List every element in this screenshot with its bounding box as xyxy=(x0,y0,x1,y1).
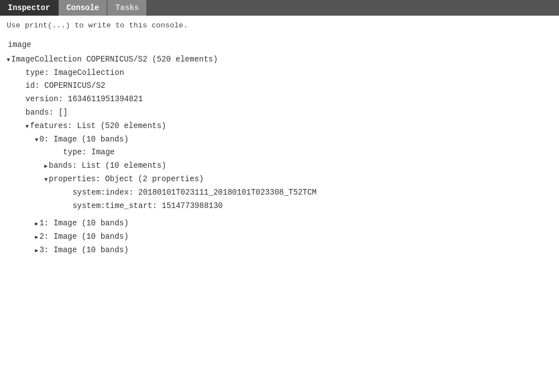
item0-type-key: type: xyxy=(63,146,87,159)
item2-label: 2: Image (10 bands) xyxy=(39,230,129,244)
tab-console[interactable]: Console xyxy=(59,0,108,16)
sys-index-line: system:index: 20180101T023111_20180101T0… xyxy=(7,186,552,200)
sys-time-line: system:time_start: 1514773988130 xyxy=(7,200,552,213)
item0-line: 0: Image (10 bands) xyxy=(7,133,552,147)
expand-item3-icon[interactable] xyxy=(35,246,38,256)
item1-label: 1: Image (10 bands) xyxy=(39,217,129,230)
expand-item0-bands-icon[interactable] xyxy=(44,162,48,171)
tab-tasks[interactable]: Tasks xyxy=(107,0,147,16)
expand-features-icon[interactable] xyxy=(26,122,29,131)
item0-type-line: type: Image xyxy=(7,146,552,159)
expand-collection-icon[interactable] xyxy=(7,55,10,65)
expand-item0-icon[interactable] xyxy=(35,135,38,145)
version-line: version: 1634611951394821 xyxy=(7,93,552,106)
item0-bands-line: bands: List (10 elements) xyxy=(7,159,552,173)
item3-label: 3: Image (10 bands) xyxy=(39,244,129,257)
type-line: type: ImageCollection xyxy=(7,67,552,80)
sys-index-key: system:index: xyxy=(73,186,134,200)
expand-item2-icon[interactable] xyxy=(35,233,38,242)
item1-line: 1: Image (10 bands) xyxy=(7,217,552,230)
item0-label: 0: Image (10 bands) xyxy=(39,133,129,147)
features-label: features: List (520 elements) xyxy=(30,120,167,133)
tab-bar: Inspector Console Tasks xyxy=(0,0,559,16)
item3-line: 3: Image (10 bands) xyxy=(7,244,552,257)
expand-properties-icon[interactable] xyxy=(44,175,48,185)
bands-key: bands: xyxy=(26,106,54,120)
console-area: Use print(...) to write to this console.… xyxy=(0,16,559,392)
features-line: features: List (520 elements) xyxy=(7,120,552,133)
collection-root: ImageCollection COPERNICUS/S2 (520 eleme… xyxy=(7,53,552,67)
item2-line: 2: Image (10 bands) xyxy=(7,230,552,244)
properties-line: properties: Object (2 properties) xyxy=(7,173,552,186)
var-label: image xyxy=(7,39,552,52)
sys-index-val: 20180101T023111_20180101T023308_T52TCM xyxy=(138,186,316,200)
sys-time-key: system:time_start: xyxy=(73,200,157,213)
expand-item1-icon[interactable] xyxy=(35,219,38,229)
version-val: 1634611951394821 xyxy=(68,93,143,106)
id-key: id: xyxy=(26,79,40,93)
sys-time-val: 1514773988130 xyxy=(162,200,222,213)
hint-line: Use print(...) to write to this console. xyxy=(7,21,552,30)
collection-label: ImageCollection COPERNICUS/S2 (520 eleme… xyxy=(11,53,218,67)
id-val: COPERNICUS/S2 xyxy=(44,79,105,93)
type-key: type: xyxy=(26,67,49,80)
tab-inspector[interactable]: Inspector xyxy=(0,0,59,16)
bands-list-label: bands: List (10 elements) xyxy=(49,159,166,173)
bands-line: bands: [] xyxy=(7,106,552,120)
item0-type-val: Image xyxy=(91,146,115,159)
version-key: version: xyxy=(26,93,63,106)
output-block: image ImageCollection COPERNICUS/S2 (520… xyxy=(7,39,552,257)
properties-label: properties: Object (2 properties) xyxy=(49,173,203,186)
id-line: id: COPERNICUS/S2 xyxy=(7,79,552,93)
bands-val: [] xyxy=(58,106,68,120)
type-val: ImageCollection xyxy=(54,67,124,80)
